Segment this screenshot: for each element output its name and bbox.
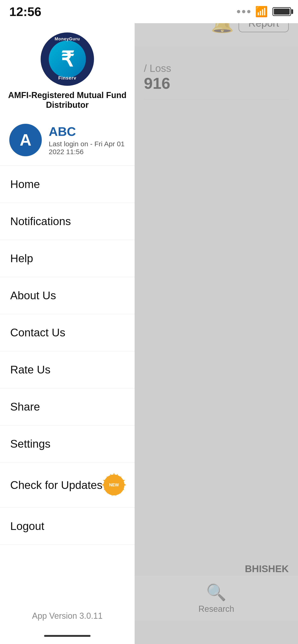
menu-label-share: Share [10,400,40,413]
status-time: 12:56 [9,4,41,19]
menu-label-rate-us: Rate Us [10,363,50,376]
app-version-text: App Version 3.0.11 [32,611,103,620]
signal-dots [237,10,250,13]
menu-label-logout: Logout [10,520,44,532]
menu-item-logout[interactable]: Logout [0,508,135,545]
logo-app-name: MoneyGuru [55,37,80,42]
menu-label-settings: Settings [10,438,50,450]
new-badge-text: NEW [104,474,124,496]
menu-item-share[interactable]: Share [0,388,135,426]
overlay-scrim [135,0,298,644]
user-info: ABC Last login on - Fri Apr 01 2022 11:5… [49,124,125,156]
logo-section: ₹ MoneyGuru Finserv AMFI-Registered Mutu… [0,23,135,114]
app-version-section: App Version 3.0.11 [0,602,135,630]
bottom-bar [0,630,135,644]
background-status-bar: 📶 [135,0,298,23]
user-avatar: A [9,124,42,156]
menu-item-check-for-updates[interactable]: Check for Updates NEW [0,462,135,508]
menu-item-help[interactable]: Help [0,240,135,277]
user-last-login: Last login on - Fri Apr 01 2022 11:56 [49,140,125,156]
menu-item-contact-us[interactable]: Contact Us [0,314,135,351]
menu-label-help: Help [10,252,33,265]
menu-list: Home Notifications Help About Us Contact… [0,166,135,602]
menu-item-notifications[interactable]: Notifications [0,203,135,240]
menu-label-contact-us: Contact Us [10,326,65,339]
navigation-drawer: 12:56 ₹ MoneyGuru Finserv AMFI-Registere… [0,0,135,644]
new-badge: NEW [104,474,124,496]
user-section: A ABC Last login on - Fri Apr 01 2022 11… [0,114,135,166]
menu-label-home: Home [10,178,40,190]
avatar-letter: A [20,131,32,149]
menu-label-check-for-updates: Check for Updates [10,479,103,492]
logo-inner-circle: ₹ [49,40,86,78]
app-logo: ₹ MoneyGuru Finserv [41,32,94,86]
user-name: ABC [49,124,125,139]
drawer-status-bar: 12:56 [0,0,135,23]
wifi-icon: 📶 [255,6,268,18]
battery-icon [272,7,291,16]
logo-sub-name: Finserv [58,75,76,81]
menu-item-about-us[interactable]: About Us [0,277,135,314]
menu-item-home[interactable]: Home [0,166,135,203]
distributor-tagline: AMFI-Registered Mutual Fund Distributor [0,90,135,110]
home-indicator [44,635,91,637]
menu-item-rate-us[interactable]: Rate Us [0,351,135,388]
menu-label-notifications: Notifications [10,215,71,228]
menu-label-about-us: About Us [10,289,56,302]
menu-item-settings[interactable]: Settings [0,426,135,462]
rupee-icon: ₹ [61,47,74,72]
